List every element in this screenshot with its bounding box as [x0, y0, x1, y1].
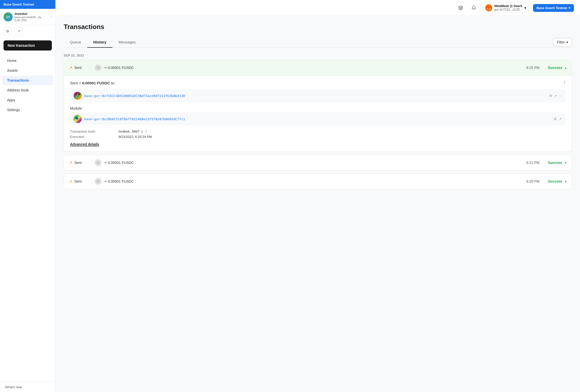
topbar: 🦊 MetaMask @ Goerli gor:0x7C61...d13D ▾ …: [56, 0, 580, 16]
tx-type: Sent: [74, 161, 95, 165]
open-address-button[interactable]: ↗: [554, 93, 557, 98]
tx-status: Success: [545, 66, 562, 70]
sidebar: Base Goerli Testnet 1/1 investor base-go…: [0, 0, 56, 392]
chevron-down-icon: ▾: [524, 6, 526, 10]
sidebar-item-assets[interactable]: Assets: [2, 66, 53, 75]
tab-queue[interactable]: Queue: [64, 37, 87, 48]
token-icon: [95, 178, 102, 185]
tabs-bar: Queue History Messages Filter ▾: [64, 37, 572, 48]
tx-type: Sent: [74, 66, 95, 70]
chevron-down-icon: ▾: [566, 40, 568, 44]
transaction-card-2: ↗ Sent -< 0.00001 FUSDC 6:21 PM Success …: [64, 155, 572, 170]
new-transaction-button[interactable]: New transaction: [4, 40, 52, 51]
copy-address-button[interactable]: ⧉: [549, 93, 552, 98]
sidebar-item-transactions[interactable]: Transactions: [2, 76, 53, 85]
module-section: Module: base-gor:0x28b6Cfc8f6bf7921468e1…: [70, 106, 566, 126]
filter-button[interactable]: Filter ▾: [553, 38, 572, 46]
metamask-icon: 🦊: [485, 4, 492, 11]
topbar-account-info: MetaMask @ Goerli gor:0x7C61...d13D: [494, 4, 522, 11]
sidebar-item-home[interactable]: Home: [2, 56, 53, 65]
to-address-avatar: [74, 92, 82, 100]
tx-amount: -< 0.00001 FUSDC: [104, 161, 519, 165]
tabs-left: Queue History Messages: [64, 37, 553, 47]
transaction-card-1: ↗ Sent -< 0.00001 FUSDC 6:25 PM Success …: [64, 60, 572, 152]
transaction-detail-1: Sent < 0.00001 FUSDC to: ⤴ base-gor:0x7C…: [64, 76, 572, 152]
module-address-row: base-gor:0x28b6Cfc8f6bf7921468e1373f0207…: [70, 112, 566, 126]
chevron-up-icon: ▴: [565, 66, 567, 70]
sidebar-nav: Home Assets Transactions Address book Ap…: [0, 54, 55, 382]
chevron-down-icon: ▾: [565, 179, 567, 183]
copy-module-address-button[interactable]: ⧉: [553, 116, 557, 121]
sent-arrow-icon: ↗: [69, 65, 72, 70]
to-address-row: base-gor:0x7C61C48919805eDC3Bd75ace9d721…: [70, 89, 566, 102]
tx-time: 6:21 PM: [519, 161, 540, 165]
sidebar-item-address-book[interactable]: Address book: [2, 85, 53, 95]
chevron-right-icon: ›: [51, 15, 52, 19]
avatar: 1/1: [4, 12, 13, 21]
network-button[interactable]: Base Goerli Testnet ▾: [533, 4, 574, 12]
sidebar-item-apps[interactable]: Apps: [2, 95, 53, 105]
address-action-buttons: ⧉ ↗ ···: [549, 93, 562, 98]
sidebar-network[interactable]: Base Goerli Testnet: [0, 0, 55, 9]
tx-summary: Sent < 0.00001 FUSDC to: ⤴: [70, 81, 566, 85]
tx-summary-text: Sent < 0.00001 FUSDC to:: [70, 81, 115, 85]
open-external-button[interactable]: ↗: [15, 27, 23, 35]
executed-value: 9/23/2023, 6:25:24 PM: [119, 135, 566, 139]
tx-meta: Transaction hash: 0x46e8...6997 ⧉ ↗ Exec…: [70, 130, 566, 139]
tx-time: 6:25 PM: [519, 66, 540, 70]
tab-messages[interactable]: Messages: [113, 37, 142, 48]
svg-marker-0: [459, 6, 463, 8]
topbar-account-name: MetaMask @ Goerli: [494, 4, 522, 8]
advanced-details-link[interactable]: Advanced details: [70, 142, 99, 146]
transaction-card-3: ↗ Sent -< 0.00001 FUSDC 6:20 PM Success …: [64, 174, 572, 189]
tx-status: Success: [545, 161, 562, 165]
module-action-buttons: ⧉ ↗: [553, 116, 562, 121]
topbar-account-addr: gor:0x7C61...d13D: [494, 8, 522, 11]
tx-amount: -< 0.00001 FUSDC: [104, 179, 519, 183]
executed-label: Executed:: [70, 135, 116, 139]
page-title: Transactions: [64, 23, 572, 31]
tx-hash-value: 0x46e8...6997 ⧉ ↗: [119, 130, 566, 133]
content-area: Transactions Queue History Messages Filt…: [56, 16, 580, 392]
chevron-down-icon: ▾: [565, 161, 567, 165]
transaction-row-3[interactable]: ↗ Sent -< 0.00001 FUSDC 6:20 PM Success …: [64, 174, 572, 189]
sidebar-item-settings[interactable]: Settings: [2, 105, 53, 115]
module-address-text: base-gor:0x28b6Cfc8f6bf7921468e1373f0207…: [84, 117, 551, 121]
bell-icon[interactable]: [469, 3, 478, 12]
copy-address-button[interactable]: ⧉: [4, 27, 12, 35]
token-icon: [95, 64, 102, 71]
to-address-text: base-gor:0x7C61C48919805eDC3Bd75ace9d721…: [84, 94, 546, 98]
sent-arrow-icon: ↗: [69, 179, 72, 184]
module-label: Module:: [70, 106, 566, 110]
topbar-account[interactable]: 🦊 MetaMask @ Goerli gor:0x7C61...d13D ▾: [482, 3, 529, 13]
main-area: 🦊 MetaMask @ Goerli gor:0x7C61...d13D ▾ …: [56, 0, 580, 392]
account-balance: 0.00 USD: [15, 19, 51, 22]
filter-label: Filter: [557, 40, 565, 44]
layers-icon[interactable]: [456, 3, 465, 12]
account-address: base-gor:0xbE65...6a: [15, 16, 51, 19]
tx-type: Sent: [74, 179, 95, 183]
tab-history[interactable]: History: [87, 37, 113, 48]
open-hash-button[interactable]: ↗: [145, 130, 147, 133]
whats-new-button[interactable]: What's new: [0, 382, 55, 392]
tx-hash-label: Transaction hash:: [70, 130, 116, 133]
tx-amount: -< 0.00001 FUSDC: [104, 66, 519, 70]
open-module-address-button[interactable]: ↗: [558, 117, 562, 121]
sent-arrow-icon: ↗: [69, 160, 72, 165]
token-icon: [95, 159, 102, 166]
transaction-row-2[interactable]: ↗ Sent -< 0.00001 FUSDC 6:21 PM Success …: [64, 155, 572, 170]
copy-hash-button[interactable]: ⧉: [141, 130, 143, 133]
module-avatar: [74, 115, 82, 123]
transaction-row-1[interactable]: ↗ Sent -< 0.00001 FUSDC 6:25 PM Success …: [64, 60, 572, 76]
sidebar-account[interactable]: 1/1 investor base-gor:0xbE65...6a 0.00 U…: [0, 9, 55, 25]
account-info: investor base-gor:0xbE65...6a 0.00 USD: [15, 12, 51, 22]
tx-status: Success: [545, 179, 562, 183]
account-name: investor: [15, 12, 51, 16]
share-button[interactable]: ⤴: [564, 81, 566, 85]
chevron-down-icon: ▾: [569, 6, 570, 10]
more-options-button[interactable]: ···: [559, 94, 562, 98]
date-separator: SEP 23, 2023: [64, 54, 572, 57]
sidebar-icon-bar: ⧉ ↗: [0, 25, 55, 37]
tx-time: 6:20 PM: [519, 179, 540, 183]
